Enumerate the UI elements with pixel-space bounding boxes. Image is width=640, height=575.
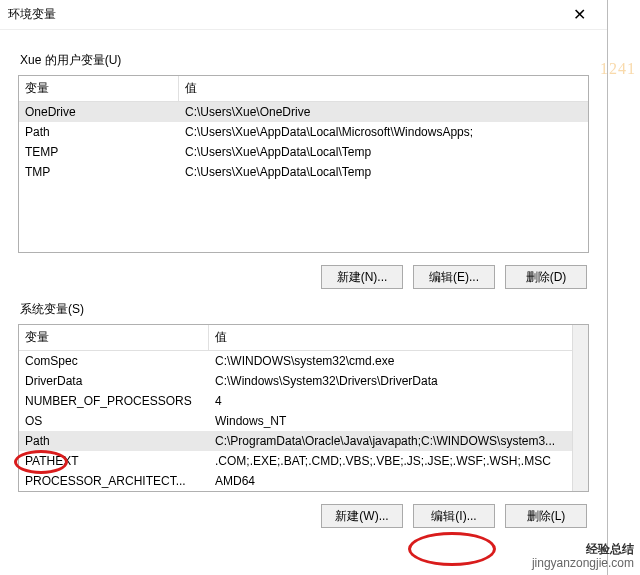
system-button-row: 新建(W)... 编辑(I)... 删除(L) [18, 504, 587, 528]
cell-variable: Path [19, 122, 179, 142]
watermark-code: 1241 [600, 60, 636, 78]
user-variables-table: 变量 值 OneDriveC:\Users\Xue\OneDrivePathC:… [18, 75, 589, 253]
table-row[interactable]: PATHEXT.COM;.EXE;.BAT;.CMD;.VBS;.VBE;.JS… [19, 451, 588, 471]
scrollbar[interactable] [572, 325, 588, 491]
column-variable[interactable]: 变量 [19, 325, 209, 350]
cell-value: 4 [209, 391, 588, 411]
user-table-body: OneDriveC:\Users\Xue\OneDrivePathC:\User… [19, 102, 588, 252]
table-header: 变量 值 [19, 325, 588, 351]
cell-value: C:\Users\Xue\AppData\Local\Temp [179, 142, 588, 162]
cell-value: AMD64 [209, 471, 588, 491]
column-value[interactable]: 值 [179, 76, 588, 101]
user-button-row: 新建(N)... 编辑(E)... 删除(D) [18, 265, 587, 289]
cell-value: C:\ProgramData\Oracle\Java\javapath;C:\W… [209, 431, 588, 451]
user-delete-button[interactable]: 删除(D) [505, 265, 587, 289]
user-edit-button[interactable]: 编辑(E)... [413, 265, 495, 289]
cell-variable: DriverData [19, 371, 209, 391]
cell-variable: TMP [19, 162, 179, 182]
system-variables-label: 系统变量(S) [20, 301, 589, 318]
cell-variable: TEMP [19, 142, 179, 162]
column-value[interactable]: 值 [209, 325, 588, 350]
table-row[interactable]: DriverDataC:\Windows\System32\Drivers\Dr… [19, 371, 588, 391]
close-button[interactable]: ✕ [559, 1, 599, 29]
cell-value: C:\WINDOWS\system32\cmd.exe [209, 351, 588, 371]
cell-variable: OneDrive [19, 102, 179, 122]
cell-variable: Path [19, 431, 209, 451]
system-new-button[interactable]: 新建(W)... [321, 504, 403, 528]
cell-value: C:\Users\Xue\AppData\Local\Microsoft\Win… [179, 122, 588, 142]
system-edit-button[interactable]: 编辑(I)... [413, 504, 495, 528]
table-row[interactable]: OneDriveC:\Users\Xue\OneDrive [19, 102, 588, 122]
watermark-text: 经验总结 [586, 542, 634, 556]
system-variables-table: 变量 值 ComSpecC:\WINDOWS\system32\cmd.exeD… [18, 324, 589, 492]
cell-value: C:\Users\Xue\AppData\Local\Temp [179, 162, 588, 182]
cell-value: C:\Windows\System32\Drivers\DriverData [209, 371, 588, 391]
cell-value: Windows_NT [209, 411, 588, 431]
table-row[interactable]: TEMPC:\Users\Xue\AppData\Local\Temp [19, 142, 588, 162]
table-row[interactable]: PathC:\ProgramData\Oracle\Java\javapath;… [19, 431, 588, 451]
table-row[interactable]: OSWindows_NT [19, 411, 588, 431]
cell-value: .COM;.EXE;.BAT;.CMD;.VBS;.VBE;.JS;.JSE;.… [209, 451, 588, 471]
watermark-brand: 经验总结 jingyanzongjie.com [532, 535, 634, 569]
dialog-content: Xue 的用户变量(U) 变量 值 OneDriveC:\Users\Xue\O… [0, 30, 607, 528]
watermark-url: jingyanzongjie.com [532, 557, 634, 569]
titlebar: 环境变量 ✕ [0, 0, 607, 30]
table-row[interactable]: TMPC:\Users\Xue\AppData\Local\Temp [19, 162, 588, 182]
table-row[interactable]: PROCESSOR_ARCHITECT...AMD64 [19, 471, 588, 491]
cell-variable: PATHEXT [19, 451, 209, 471]
system-delete-button[interactable]: 删除(L) [505, 504, 587, 528]
table-row[interactable]: NUMBER_OF_PROCESSORS4 [19, 391, 588, 411]
cell-variable: NUMBER_OF_PROCESSORS [19, 391, 209, 411]
environment-variables-dialog: 环境变量 ✕ Xue 的用户变量(U) 变量 值 OneDriveC:\User… [0, 0, 608, 575]
cell-variable: OS [19, 411, 209, 431]
table-row[interactable]: ComSpecC:\WINDOWS\system32\cmd.exe [19, 351, 588, 371]
cell-variable: ComSpec [19, 351, 209, 371]
dialog-title: 环境变量 [8, 6, 559, 23]
cell-variable: PROCESSOR_ARCHITECT... [19, 471, 209, 491]
table-row[interactable]: PathC:\Users\Xue\AppData\Local\Microsoft… [19, 122, 588, 142]
system-table-body: ComSpecC:\WINDOWS\system32\cmd.exeDriver… [19, 351, 588, 491]
user-new-button[interactable]: 新建(N)... [321, 265, 403, 289]
cell-value: C:\Users\Xue\OneDrive [179, 102, 588, 122]
column-variable[interactable]: 变量 [19, 76, 179, 101]
system-table-wrapper: 变量 值 ComSpecC:\WINDOWS\system32\cmd.exeD… [18, 324, 589, 492]
table-header: 变量 值 [19, 76, 588, 102]
user-variables-label: Xue 的用户变量(U) [20, 52, 589, 69]
